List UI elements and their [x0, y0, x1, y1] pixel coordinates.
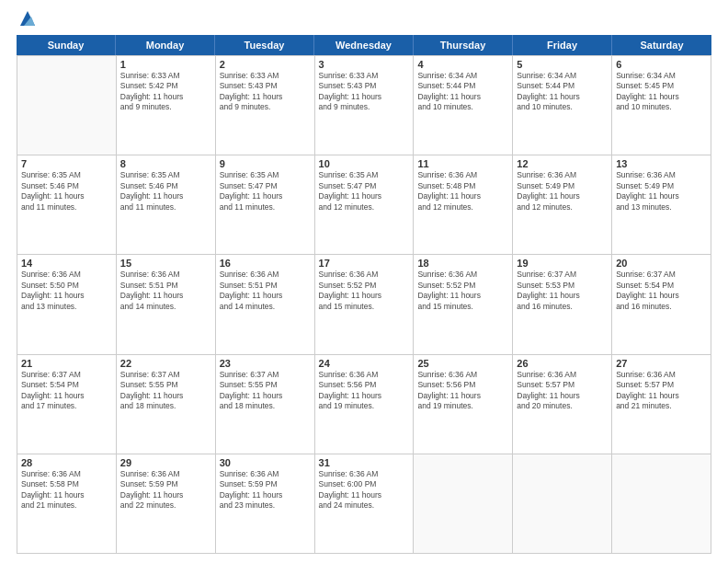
calendar-day-cell: 7Sunrise: 6:35 AMSunset: 5:46 PMDaylight…	[17, 155, 117, 254]
weekday-header: Tuesday	[215, 35, 314, 55]
day-info: Sunrise: 6:36 AMSunset: 5:59 PMDaylight:…	[120, 469, 211, 511]
day-number: 28	[21, 457, 112, 468]
calendar-day-cell: 1Sunrise: 6:33 AMSunset: 5:42 PMDaylight…	[117, 56, 216, 155]
calendar-day-cell: 12Sunrise: 6:36 AMSunset: 5:49 PMDayligh…	[513, 155, 612, 254]
weekday-header: Friday	[513, 35, 612, 55]
day-number: 19	[517, 258, 608, 269]
calendar-day-cell: 8Sunrise: 6:35 AMSunset: 5:46 PMDaylight…	[117, 155, 216, 254]
day-info: Sunrise: 6:33 AMSunset: 5:43 PMDaylight:…	[319, 71, 410, 113]
day-info: Sunrise: 6:36 AMSunset: 5:56 PMDaylight:…	[417, 370, 508, 412]
calendar-day-cell	[612, 454, 711, 553]
calendar-week-row: 1Sunrise: 6:33 AMSunset: 5:42 PMDaylight…	[17, 56, 711, 155]
day-info: Sunrise: 6:34 AMSunset: 5:44 PMDaylight:…	[517, 71, 608, 113]
day-info: Sunrise: 6:36 AMSunset: 5:51 PMDaylight:…	[120, 270, 211, 312]
calendar-day-cell: 29Sunrise: 6:36 AMSunset: 5:59 PMDayligh…	[117, 454, 216, 553]
day-number: 31	[319, 457, 410, 468]
logo-icon	[18, 9, 37, 28]
day-number: 8	[120, 158, 211, 169]
day-number: 18	[417, 258, 508, 269]
day-info: Sunrise: 6:37 AMSunset: 5:55 PMDaylight:…	[220, 370, 311, 412]
day-info: Sunrise: 6:33 AMSunset: 5:43 PMDaylight:…	[220, 71, 311, 113]
day-info: Sunrise: 6:35 AMSunset: 5:47 PMDaylight:…	[319, 170, 410, 213]
day-number: 9	[220, 158, 311, 169]
day-info: Sunrise: 6:36 AMSunset: 5:49 PMDaylight:…	[517, 170, 608, 213]
day-info: Sunrise: 6:36 AMSunset: 5:52 PMDaylight:…	[319, 270, 410, 312]
day-info: Sunrise: 6:37 AMSunset: 5:53 PMDaylight:…	[517, 270, 608, 312]
calendar-day-cell: 13Sunrise: 6:36 AMSunset: 5:49 PMDayligh…	[612, 155, 711, 254]
calendar-day-cell: 30Sunrise: 6:36 AMSunset: 5:59 PMDayligh…	[216, 454, 315, 553]
day-number: 29	[120, 457, 211, 468]
day-number: 10	[319, 158, 410, 169]
day-info: Sunrise: 6:36 AMSunset: 5:59 PMDaylight:…	[220, 469, 311, 511]
calendar-day-cell	[17, 56, 117, 155]
day-info: Sunrise: 6:36 AMSunset: 5:57 PMDaylight:…	[517, 370, 608, 412]
day-info: Sunrise: 6:35 AMSunset: 5:47 PMDaylight:…	[220, 170, 311, 213]
day-info: Sunrise: 6:37 AMSunset: 5:55 PMDaylight:…	[120, 370, 211, 412]
day-info: Sunrise: 6:36 AMSunset: 5:57 PMDaylight:…	[616, 370, 707, 412]
calendar-day-cell: 5Sunrise: 6:34 AMSunset: 5:44 PMDaylight…	[513, 56, 612, 155]
calendar: SundayMondayTuesdayWednesdayThursdayFrid…	[17, 35, 711, 554]
calendar-day-cell: 11Sunrise: 6:36 AMSunset: 5:48 PMDayligh…	[414, 155, 513, 254]
day-number: 21	[21, 358, 112, 369]
calendar-day-cell: 9Sunrise: 6:35 AMSunset: 5:47 PMDaylight…	[216, 155, 315, 254]
day-number: 6	[616, 59, 707, 70]
calendar-day-cell: 27Sunrise: 6:36 AMSunset: 5:57 PMDayligh…	[612, 355, 711, 454]
day-info: Sunrise: 6:36 AMSunset: 5:51 PMDaylight:…	[220, 270, 311, 312]
calendar-header: SundayMondayTuesdayWednesdayThursdayFrid…	[17, 35, 711, 55]
calendar-day-cell: 24Sunrise: 6:36 AMSunset: 5:56 PMDayligh…	[315, 355, 415, 454]
calendar-week-row: 28Sunrise: 6:36 AMSunset: 5:58 PMDayligh…	[17, 454, 711, 554]
day-number: 12	[517, 158, 608, 169]
weekday-header: Monday	[116, 35, 215, 55]
day-number: 30	[220, 457, 311, 468]
calendar-day-cell	[414, 454, 513, 553]
day-info: Sunrise: 6:33 AMSunset: 5:42 PMDaylight:…	[120, 71, 211, 113]
day-info: Sunrise: 6:35 AMSunset: 5:46 PMDaylight:…	[21, 170, 112, 213]
day-info: Sunrise: 6:36 AMSunset: 5:49 PMDaylight:…	[616, 170, 707, 213]
logo	[17, 17, 37, 28]
day-info: Sunrise: 6:37 AMSunset: 5:54 PMDaylight:…	[616, 270, 707, 312]
day-number: 1	[120, 59, 211, 70]
day-number: 3	[319, 59, 410, 70]
calendar-day-cell: 2Sunrise: 6:33 AMSunset: 5:43 PMDaylight…	[216, 56, 315, 155]
calendar-day-cell: 22Sunrise: 6:37 AMSunset: 5:55 PMDayligh…	[117, 355, 216, 454]
header	[17, 17, 711, 28]
page: SundayMondayTuesdayWednesdayThursdayFrid…	[0, 0, 728, 563]
calendar-day-cell: 21Sunrise: 6:37 AMSunset: 5:54 PMDayligh…	[17, 355, 117, 454]
calendar-day-cell: 26Sunrise: 6:36 AMSunset: 5:57 PMDayligh…	[513, 355, 612, 454]
calendar-day-cell: 31Sunrise: 6:36 AMSunset: 6:00 PMDayligh…	[315, 454, 415, 553]
day-number: 5	[517, 59, 608, 70]
day-info: Sunrise: 6:36 AMSunset: 5:48 PMDaylight:…	[417, 170, 508, 213]
calendar-day-cell: 4Sunrise: 6:34 AMSunset: 5:44 PMDaylight…	[414, 56, 513, 155]
calendar-day-cell: 28Sunrise: 6:36 AMSunset: 5:58 PMDayligh…	[17, 454, 117, 553]
calendar-week-row: 7Sunrise: 6:35 AMSunset: 5:46 PMDaylight…	[17, 155, 711, 255]
day-number: 23	[220, 358, 311, 369]
weekday-header: Thursday	[414, 35, 513, 55]
day-number: 26	[517, 358, 608, 369]
day-number: 17	[319, 258, 410, 269]
day-info: Sunrise: 6:37 AMSunset: 5:54 PMDaylight:…	[21, 370, 112, 412]
calendar-day-cell: 20Sunrise: 6:37 AMSunset: 5:54 PMDayligh…	[612, 255, 711, 353]
calendar-day-cell: 17Sunrise: 6:36 AMSunset: 5:52 PMDayligh…	[315, 255, 415, 353]
day-number: 24	[319, 358, 410, 369]
calendar-day-cell: 23Sunrise: 6:37 AMSunset: 5:55 PMDayligh…	[216, 355, 315, 454]
calendar-day-cell: 14Sunrise: 6:36 AMSunset: 5:50 PMDayligh…	[17, 255, 117, 353]
day-number: 2	[220, 59, 311, 70]
day-info: Sunrise: 6:35 AMSunset: 5:46 PMDaylight:…	[120, 170, 211, 213]
calendar-day-cell: 3Sunrise: 6:33 AMSunset: 5:43 PMDaylight…	[315, 56, 415, 155]
day-info: Sunrise: 6:36 AMSunset: 6:00 PMDaylight:…	[319, 469, 410, 511]
day-number: 13	[616, 158, 707, 169]
weekday-header: Sunday	[17, 35, 116, 55]
calendar-day-cell	[513, 454, 612, 553]
calendar-day-cell: 19Sunrise: 6:37 AMSunset: 5:53 PMDayligh…	[513, 255, 612, 353]
day-number: 22	[120, 358, 211, 369]
weekday-header: Saturday	[612, 35, 711, 55]
calendar-day-cell: 15Sunrise: 6:36 AMSunset: 5:51 PMDayligh…	[117, 255, 216, 353]
day-info: Sunrise: 6:36 AMSunset: 5:52 PMDaylight:…	[417, 270, 508, 312]
calendar-week-row: 21Sunrise: 6:37 AMSunset: 5:54 PMDayligh…	[17, 355, 711, 454]
calendar-day-cell: 10Sunrise: 6:35 AMSunset: 5:47 PMDayligh…	[315, 155, 415, 254]
calendar-body: 1Sunrise: 6:33 AMSunset: 5:42 PMDaylight…	[17, 55, 711, 554]
day-info: Sunrise: 6:36 AMSunset: 5:50 PMDaylight:…	[21, 270, 112, 312]
day-number: 25	[417, 358, 508, 369]
day-info: Sunrise: 6:36 AMSunset: 5:58 PMDaylight:…	[21, 469, 112, 511]
day-number: 4	[417, 59, 508, 70]
